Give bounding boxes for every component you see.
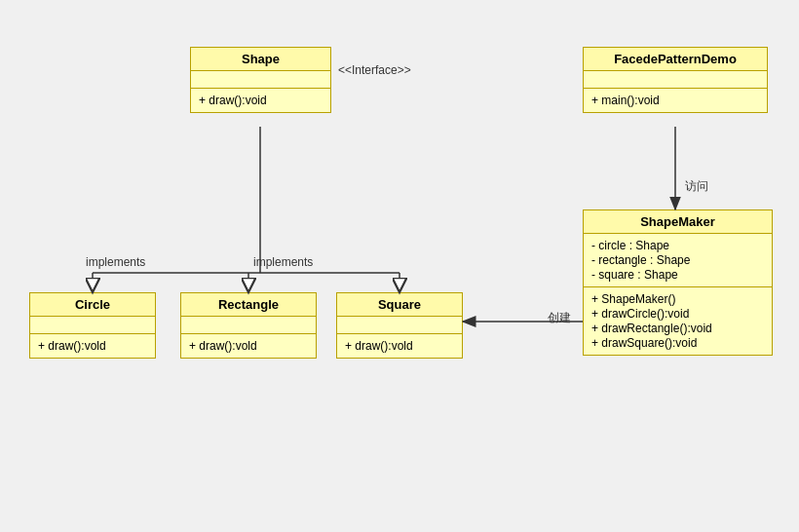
class-rectangle-empty <box>181 317 316 334</box>
class-shape: Shape + draw():void <box>190 47 331 113</box>
class-rectangle-methods: + draw():vold <box>181 334 316 358</box>
class-shape-header: Shape <box>191 48 330 71</box>
class-circle-header: Circle <box>30 293 155 317</box>
interface-stereotype-label: <<Interface>> <box>338 63 411 77</box>
class-square-header: Square <box>337 293 462 317</box>
implements-left-label: implements <box>86 255 145 269</box>
class-facade-header: FacedePatternDemo <box>584 48 767 71</box>
class-rectangle: Rectangle + draw():vold <box>180 292 317 359</box>
class-shape-methods: + draw():void <box>191 89 330 112</box>
class-rectangle-header: Rectangle <box>181 293 316 317</box>
class-circle-empty <box>30 317 155 334</box>
class-shape-maker: ShapeMaker - circle : Shape - rectangle … <box>583 209 773 356</box>
class-square-methods: + draw():vold <box>337 334 462 358</box>
class-square: Square + draw():vold <box>336 292 463 359</box>
class-facade-methods: + main():void <box>584 89 767 112</box>
class-facade-pattern-demo: FacedePatternDemo + main():void <box>583 47 768 113</box>
class-square-empty <box>337 317 462 334</box>
class-facade-empty <box>584 71 767 89</box>
class-circle: Circle + draw():vold <box>29 292 156 359</box>
visit-label: 访问 <box>685 178 708 195</box>
class-shape-maker-methods: + ShapeMaker() + drawCircle():void + dra… <box>584 287 772 355</box>
diagram-area: Shape + draw():void <<Interface>> Circle… <box>0 0 799 532</box>
class-shape-empty <box>191 71 330 89</box>
create-label: 创建 <box>548 310 571 326</box>
class-circle-methods: + draw():vold <box>30 334 155 358</box>
implements-right-label: implements <box>253 255 313 269</box>
class-shape-maker-fields: - circle : Shape - rectangle : Shape - s… <box>584 234 772 287</box>
class-shape-maker-header: ShapeMaker <box>584 210 772 234</box>
